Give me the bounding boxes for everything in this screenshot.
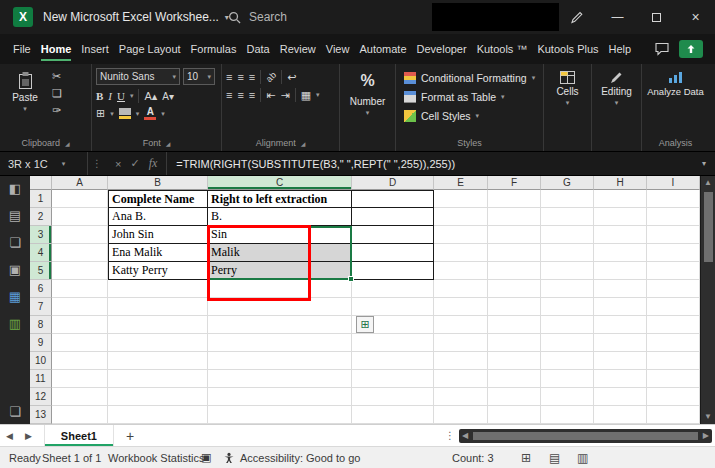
cell[interactable] (541, 316, 594, 334)
cell[interactable] (594, 388, 647, 406)
close-button[interactable]: × (676, 0, 715, 34)
cell[interactable] (434, 334, 488, 352)
cell[interactable] (594, 334, 647, 352)
column-header-F[interactable]: F (488, 176, 541, 190)
autofill-options-button[interactable]: ⊞ (356, 316, 374, 333)
cell-I4[interactable] (647, 244, 700, 262)
row-header-2[interactable]: 2 (30, 208, 52, 226)
cell[interactable] (352, 298, 434, 316)
cell[interactable] (488, 316, 541, 334)
cell[interactable] (52, 316, 108, 334)
minimize-button[interactable]: — (598, 0, 637, 34)
cell-H3[interactable] (594, 226, 647, 244)
cell-I5[interactable] (647, 262, 700, 280)
cell[interactable] (352, 388, 434, 406)
analyze-data-button[interactable]: Analyze Data (646, 68, 705, 97)
cell[interactable] (594, 352, 647, 370)
cell-A4[interactable] (52, 244, 108, 262)
font-size-combo[interactable]: 10▾ (183, 68, 215, 85)
row-header-10[interactable]: 10 (30, 352, 52, 370)
cell[interactable] (647, 334, 700, 352)
cell[interactable] (647, 298, 700, 316)
scroll-left-icon[interactable]: ◀ (459, 429, 471, 443)
tab-data[interactable]: Data (241, 34, 274, 64)
scroll-down-icon[interactable]: ▼ (704, 410, 712, 424)
cell[interactable] (352, 406, 434, 424)
cut-icon[interactable]: ✂ (52, 70, 62, 83)
cell-D5[interactable] (352, 262, 434, 280)
insert-function-icon[interactable]: fx (149, 156, 158, 171)
italic-button[interactable]: I (108, 90, 112, 102)
fill-color-button[interactable] (119, 108, 131, 119)
row-header-1[interactable]: 1 (30, 190, 52, 208)
cell-C4[interactable]: Malik (208, 244, 352, 262)
align-left-icon[interactable]: ≡ (226, 89, 232, 101)
cell-H4[interactable] (594, 244, 647, 262)
cell-F4[interactable] (488, 244, 541, 262)
macro-record-icon[interactable]: ▣ (201, 447, 211, 468)
tab-home[interactable]: Home (36, 34, 77, 64)
cell-C5[interactable]: Perry (208, 262, 352, 280)
row-header-8[interactable]: 8 (30, 316, 52, 334)
page-break-preview-button[interactable]: ▥ (577, 447, 588, 468)
cell[interactable] (52, 406, 108, 424)
row-header-12[interactable]: 12 (30, 388, 52, 406)
orientation-icon[interactable]: ab (264, 70, 278, 84)
tab-kutools[interactable]: Kutools ™ (472, 34, 533, 64)
cell-I1[interactable] (647, 190, 700, 208)
column-header-B[interactable]: B (108, 176, 208, 190)
scroll-up-icon[interactable]: ▲ (704, 176, 712, 190)
cell[interactable] (52, 334, 108, 352)
prev-sheet-icon[interactable]: ◀ (0, 431, 19, 441)
align-center-icon[interactable]: ≡ (237, 89, 243, 101)
cancel-icon[interactable]: × (115, 158, 121, 170)
notes-icon[interactable]: ❏ (7, 404, 23, 419)
row-header-4[interactable]: 4 (30, 244, 52, 262)
wrap-text-icon[interactable]: ↩ (287, 71, 296, 84)
next-sheet-icon[interactable]: ▶ (19, 431, 38, 441)
top-align-icon[interactable]: ≡ (226, 71, 232, 83)
cell[interactable] (434, 298, 488, 316)
cell-G3[interactable] (541, 226, 594, 244)
cell[interactable] (488, 370, 541, 388)
cell-B4[interactable]: Ena Malik (108, 244, 208, 262)
tab-file[interactable]: File (8, 34, 36, 64)
tab-automate[interactable]: Automate (354, 34, 411, 64)
clipboard-icon[interactable]: ❏ (7, 235, 23, 250)
cell[interactable] (594, 298, 647, 316)
cell-styles-button[interactable]: Cell Styles ▾ (400, 106, 539, 125)
cell[interactable] (594, 316, 647, 334)
cell[interactable] (541, 370, 594, 388)
cell[interactable] (594, 280, 647, 298)
cell-F1[interactable] (488, 190, 541, 208)
format-as-table-button[interactable]: Format as Table ▾ (400, 87, 539, 106)
cell-A5[interactable] (52, 262, 108, 280)
cell[interactable] (208, 352, 352, 370)
column-header-E[interactable]: E (434, 176, 488, 190)
cell-E1[interactable] (434, 190, 488, 208)
cell[interactable] (647, 370, 700, 388)
cell[interactable] (541, 388, 594, 406)
cell[interactable] (208, 316, 352, 334)
cell[interactable] (208, 406, 352, 424)
column-header-A[interactable]: A (52, 176, 108, 190)
cell[interactable] (647, 316, 700, 334)
cell[interactable] (647, 280, 700, 298)
clipboard-dialog-launcher-icon[interactable]: ◢ (65, 140, 70, 147)
cell[interactable] (434, 388, 488, 406)
cell[interactable] (434, 370, 488, 388)
bold-button[interactable]: B (96, 90, 103, 102)
cell-I3[interactable] (647, 226, 700, 244)
cell-D1[interactable] (352, 190, 434, 208)
cell[interactable] (434, 280, 488, 298)
underline-chevron-icon[interactable]: ▾ (130, 92, 134, 100)
calendar-icon[interactable]: ▤ (7, 208, 23, 223)
cell[interactable] (488, 388, 541, 406)
tab-page-layout[interactable]: Page Layout (114, 34, 186, 64)
cell[interactable] (52, 280, 108, 298)
middle-align-icon[interactable]: ≡ (237, 71, 243, 83)
name-box-resize-handle[interactable]: ⋮ (88, 158, 106, 169)
cells-button[interactable]: Cells ▾ (548, 68, 587, 107)
sheet-tab-sheet1[interactable]: Sheet1 (44, 425, 114, 446)
cell-G1[interactable] (541, 190, 594, 208)
